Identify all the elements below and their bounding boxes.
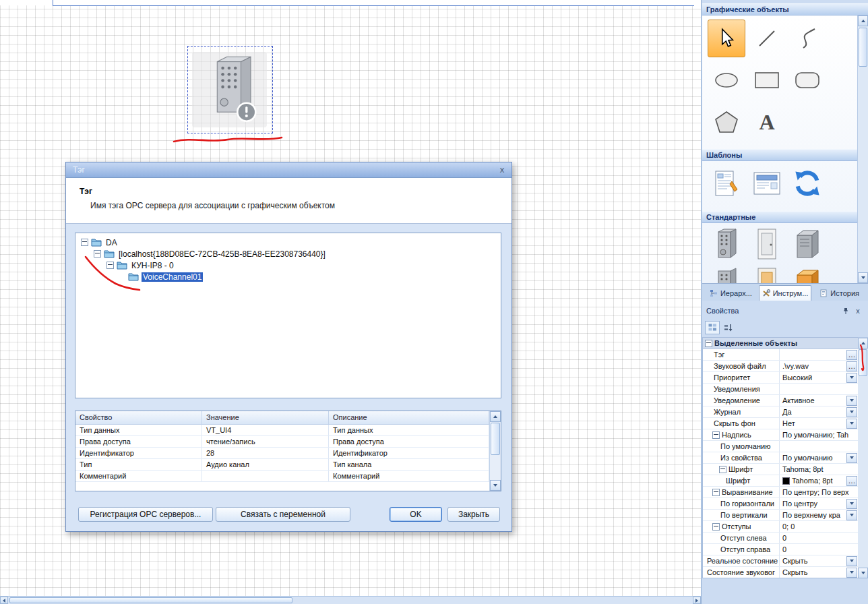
dropdown-button[interactable] [846,499,857,509]
alphabetical-sort-button[interactable] [720,321,735,334]
property-value[interactable]: 0 [780,533,858,543]
property-row[interactable]: По горизонтали По центру [703,498,858,510]
table-row[interactable]: Права доступа чтение/запись Права доступ… [75,436,501,448]
scroll-down-button[interactable] [858,568,868,578]
property-row[interactable]: Приоритет Высокий [703,372,858,384]
property-value[interactable]: Активное [780,395,858,406]
scroll-up-button[interactable] [858,338,868,349]
tool-select-button[interactable] [708,20,745,57]
canvas-selected-object[interactable] [187,46,273,133]
property-value[interactable]: По центру [780,498,858,509]
tool-rectangle-button[interactable] [748,61,786,99]
property-row[interactable]: Звуковой файл .\vy.wav … [703,361,858,372]
tree-item-voicechannel01[interactable]: VoiceChannel01 [75,271,501,282]
standard-intercom-button[interactable] [708,227,745,262]
dropdown-button[interactable] [846,510,857,520]
property-row[interactable]: Шрифт Tahoma; 8pt [703,464,858,475]
opc-server-tree[interactable]: DA [localhost{188D08EC-72CB-425B-8EA8-EE… [75,233,501,398]
scrollbar-thumb[interactable] [9,597,292,603]
property-value[interactable]: Tahoma; 8pt [780,464,858,475]
property-value[interactable]: Да [780,406,858,417]
property-row[interactable]: Отступ слева 0 [703,533,858,544]
table-scrollbar[interactable] [489,411,501,491]
property-value[interactable]: .\vy.wav … [780,361,858,371]
dropdown-button[interactable] [846,453,857,463]
scroll-down-button[interactable] [858,272,868,283]
dropdown-button[interactable] [846,373,857,383]
standard-door2-button[interactable] [748,266,786,283]
scrollbar-thumb[interactable] [491,423,500,455]
property-value[interactable]: Скрыть [780,555,858,566]
scrollbar-thumb[interactable] [859,349,867,376]
scroll-up-button[interactable] [858,16,868,26]
dropdown-button[interactable] [846,568,857,578]
property-value[interactable]: 0 [780,544,858,555]
property-value[interactable]: Нет [780,418,858,429]
property-value[interactable]: Скрыть [780,567,858,578]
tab-tools[interactable]: Инструм... [759,285,812,301]
property-row[interactable]: Шрифт Tahoma; 8pt … [703,475,858,487]
ellipsis-button[interactable]: … [846,361,857,371]
property-row[interactable]: Из свойства По умолчанию [703,452,858,464]
tab-hierarchy[interactable]: Иерарх... [704,285,757,301]
ellipsis-button[interactable]: … [846,476,857,486]
property-row[interactable]: Тэг … [703,349,858,361]
collapse-expander-icon[interactable] [712,523,720,531]
scroll-right-button[interactable] [693,597,701,604]
toolbox-scrollbar[interactable] [857,16,868,283]
dropdown-button[interactable] [846,407,857,417]
standard-intercom2-button[interactable] [708,266,745,283]
property-value[interactable]: По центру; По верх [780,487,858,497]
table-row[interactable]: Комментарий Комментарий [75,471,501,482]
collapse-expander-icon[interactable] [81,239,88,246]
tree-item-kun-ip8[interactable]: КУН-IP8 - 0 [75,260,501,271]
property-value[interactable]: По умолчанию; Tah [780,429,858,440]
collapse-expander-icon[interactable] [712,489,720,496]
dialog-titlebar[interactable]: Тэг x [66,162,512,178]
collapse-expander-icon[interactable] [705,340,712,347]
dropdown-button[interactable] [846,556,857,566]
tree-item-localhost[interactable]: [localhost{188D08EC-72CB-425B-8EA8-EE230… [75,248,501,260]
canvas-horizontal-scrollbar[interactable] [0,596,701,604]
property-row[interactable]: Реальное состояние Скрыть [703,555,858,567]
close-button[interactable]: Закрыть [447,507,500,522]
ellipsis-button[interactable]: … [846,350,857,360]
template-window-button[interactable] [748,166,786,201]
property-row[interactable]: Скрыть фон Нет [703,418,858,429]
property-row[interactable]: Надпись По умолчанию; Tah [703,429,858,441]
property-value[interactable]: … [780,349,858,360]
property-row[interactable]: Отступы 0; 0 [703,521,858,533]
tab-history[interactable]: История [813,285,866,301]
table-row[interactable]: Тип Аудио канал Тип канала [75,459,501,471]
collapse-expander-icon[interactable] [94,250,101,258]
scroll-left-button[interactable] [0,597,8,604]
property-row[interactable]: Уведомления [703,384,858,395]
collapse-expander-icon[interactable] [719,466,726,473]
table-row[interactable]: Тип данных VT_UI4 Тип данных [75,425,501,436]
refresh-templates-button[interactable] [788,166,826,201]
dropdown-button[interactable] [846,419,857,429]
tool-text-button[interactable]: A [748,103,786,141]
properties-close-button[interactable]: x [853,306,863,315]
property-row[interactable]: Выравнивание По центру; По верх [703,487,858,498]
property-category-row[interactable]: Выделенные объекты [703,338,858,349]
tool-ellipse-button[interactable] [708,61,745,99]
property-row[interactable]: Отступ справа 0 [703,544,858,555]
dialog-close-button[interactable]: x [497,164,507,176]
table-row[interactable]: Идентификатор 28 Идентификатор [75,448,501,459]
scroll-down-button[interactable] [490,480,501,491]
property-row[interactable]: По умолчанию [703,441,858,452]
property-value[interactable]: Tahoma; 8pt … [780,475,858,486]
tool-line-button[interactable] [748,20,786,57]
property-value[interactable] [780,441,858,452]
standard-cabinet-button[interactable] [788,227,826,262]
register-opc-servers-button[interactable]: Регистрация OPC серверов... [78,507,213,522]
property-value[interactable]: По верхнему кра [780,510,858,520]
tool-rounded-rectangle-button[interactable] [788,61,826,99]
property-row[interactable]: Уведомление Активное [703,395,858,406]
scrollbar-thumb[interactable] [859,28,867,67]
collapse-expander-icon[interactable] [712,431,720,439]
tool-curve-button[interactable] [788,20,826,57]
template-report-button[interactable] [708,166,745,201]
property-row[interactable]: Состояние звуковог Скрыть [703,567,858,578]
